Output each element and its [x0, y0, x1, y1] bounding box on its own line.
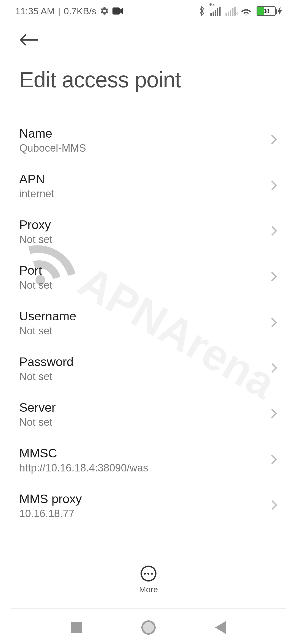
field-label: MMS proxy	[19, 492, 82, 506]
field-mms-proxy[interactable]: MMS proxy 10.16.18.77	[0, 483, 297, 528]
field-proxy[interactable]: Proxy Not set	[0, 209, 297, 254]
signal-2: ✕	[226, 7, 236, 16]
field-value: Not set	[19, 416, 56, 428]
field-value: 10.16.18.77	[19, 508, 82, 520]
field-value: Not set	[19, 234, 52, 245]
chevron-right-icon	[270, 317, 278, 329]
field-label: APN	[19, 172, 54, 186]
status-rate: 0.7KB/s	[64, 6, 97, 17]
more-icon	[141, 566, 156, 582]
nav-home-button[interactable]	[141, 620, 156, 635]
more-label: More	[139, 585, 158, 594]
chevron-right-icon	[270, 454, 278, 466]
bluetooth-icon	[198, 6, 205, 17]
wifi-icon	[241, 7, 252, 15]
field-value: http://10.16.18.4:38090/was	[19, 462, 148, 474]
chevron-right-icon	[270, 225, 278, 238]
chevron-right-icon	[270, 134, 278, 146]
field-server[interactable]: Server Not set	[0, 391, 297, 437]
chevron-right-icon	[270, 408, 278, 420]
camera-icon	[112, 7, 123, 15]
chevron-right-icon	[270, 271, 278, 283]
svg-rect-0	[112, 7, 120, 14]
status-bar: 11:35 AM | 0.7KB/s 4G ✕ 38	[0, 0, 297, 17]
status-time: 11:35 AM	[15, 6, 55, 17]
apn-fields-list: Name Qubocel-MMS APN internet Proxy Not …	[0, 101, 297, 528]
nav-recent-button[interactable]	[71, 622, 82, 633]
field-label: MMSC	[19, 446, 148, 460]
field-value: Not set	[19, 325, 76, 337]
battery-icon: 38	[257, 6, 282, 16]
chevron-right-icon	[270, 180, 278, 192]
chevron-right-icon	[270, 500, 278, 512]
system-nav-bar	[0, 614, 297, 641]
chevron-right-icon	[270, 362, 278, 375]
field-label: Password	[19, 355, 74, 369]
field-password[interactable]: Password Not set	[0, 346, 297, 391]
field-label: Name	[19, 126, 86, 141]
nav-back-button[interactable]	[215, 621, 226, 634]
charging-icon	[277, 6, 282, 16]
divider	[11, 608, 286, 609]
field-value: Not set	[19, 371, 74, 383]
field-value: Qubocel-MMS	[19, 142, 86, 154]
field-mmsc[interactable]: MMSC http://10.16.18.4:38090/was	[0, 437, 297, 483]
page-title: Edit access point	[0, 48, 297, 101]
field-value: internet	[19, 188, 54, 200]
back-button[interactable]	[19, 33, 38, 47]
field-port[interactable]: Port Not set	[0, 254, 297, 300]
more-button[interactable]: More	[139, 566, 158, 594]
arrow-left-icon	[19, 33, 38, 47]
field-username[interactable]: Username Not set	[0, 300, 297, 346]
gear-icon	[100, 6, 109, 16]
field-label: Proxy	[19, 218, 52, 232]
field-value: Not set	[19, 279, 52, 291]
field-label: Username	[19, 309, 76, 323]
field-label: Port	[19, 263, 52, 278]
field-label: Server	[19, 400, 56, 415]
signal-1: 4G	[210, 7, 221, 16]
field-name[interactable]: Name Qubocel-MMS	[0, 117, 297, 163]
field-apn[interactable]: APN internet	[0, 163, 297, 209]
